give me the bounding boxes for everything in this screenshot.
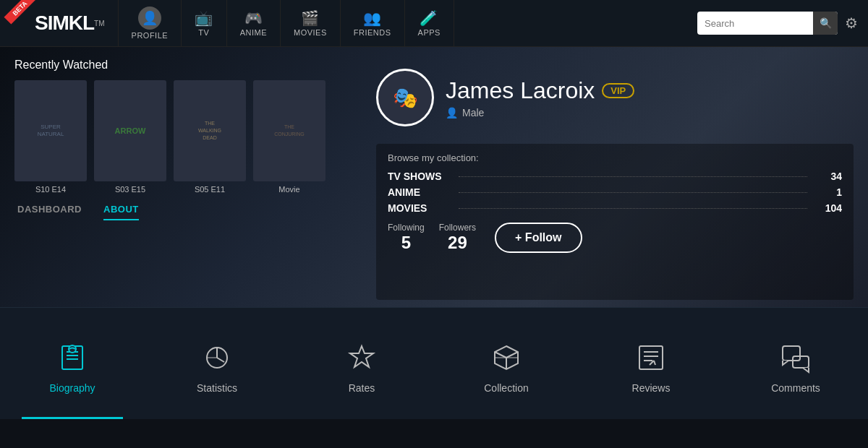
nav-item-friends-label: FRIENDS <box>354 28 391 37</box>
profile-tabs: DASHBOARD ABOUT <box>14 204 347 220</box>
apps-icon: 🧪 <box>420 9 438 27</box>
settings-gear-button[interactable]: ⚙ <box>845 14 858 32</box>
following-count: 5 <box>388 233 425 253</box>
navbar: BETA SIMKLTM 👤 PROFILE 📺 TV 🎮 ANIME 🎬 MO… <box>0 0 868 47</box>
nav-item-anime[interactable]: 🎮 ANIME <box>227 0 281 47</box>
browse-dots-movies <box>459 208 807 209</box>
browse-row-tvshows[interactable]: TV SHOWS 34 <box>388 171 842 182</box>
vip-badge: VIP <box>602 83 634 98</box>
poster-conjuring: THECONJURING <box>253 80 326 181</box>
nav-item-tv-label: TV <box>198 28 209 37</box>
movies-icon: 🎬 <box>301 9 320 27</box>
watch-card-conjuring[interactable]: THECONJURING Movie <box>253 80 326 194</box>
svg-marker-6 <box>350 346 373 367</box>
nav-item-anime-label: ANIME <box>240 28 267 37</box>
bottom-tab-collection-label: Collection <box>484 382 528 394</box>
tv-icon: 📺 <box>195 9 213 27</box>
recently-watched-title: Recently Watched <box>14 59 347 72</box>
watch-grid: SUPERNATURAL S10 E14 ARROW S03 E15 THEWA… <box>14 80 347 194</box>
profile-name-text: James Lacroix <box>446 77 595 104</box>
follow-row: Following 5 Followers 29 + Follow <box>388 223 842 253</box>
avatar-placeholder: 🎭 <box>393 86 418 110</box>
tab-about[interactable]: ABOUT <box>103 204 139 220</box>
followers-count: 29 <box>439 233 476 253</box>
svg-rect-18 <box>783 346 800 361</box>
watch-card-walking-dead[interactable]: THEWALKINGDEAD S05 E11 <box>174 80 246 194</box>
comments-icon <box>778 340 813 375</box>
nav-item-apps[interactable]: 🧪 APPS <box>405 0 454 47</box>
poster-arrow-text: ARROW <box>112 124 149 138</box>
follow-button[interactable]: + Follow <box>495 223 582 253</box>
poster-arrow: ARROW <box>94 80 166 181</box>
following-stat: Following 5 <box>388 223 425 253</box>
followers-stat: Followers 29 <box>439 223 476 253</box>
following-label: Following <box>388 223 425 233</box>
browse-type-anime: ANIME <box>388 186 453 198</box>
nav-item-tv[interactable]: 📺 TV <box>182 0 227 47</box>
browse-row-anime[interactable]: ANIME 1 <box>388 186 842 198</box>
search-input[interactable] <box>697 18 813 29</box>
browse-type-movies: MOVIES <box>388 202 453 214</box>
bottom-tab-reviews[interactable]: Reviews <box>579 308 723 419</box>
rates-icon <box>344 340 379 375</box>
profile-top: 🎭 James Lacroix VIP 👤 Male <box>376 69 854 126</box>
nav-item-profile[interactable]: 👤 PROFILE <box>118 0 182 47</box>
svg-rect-12 <box>639 346 663 369</box>
bottom-tab-rates-label: Rates <box>349 382 375 394</box>
bottom-tabs: Biography Statistics Rates <box>0 307 868 419</box>
statistics-icon <box>200 340 234 375</box>
nav-item-friends[interactable]: 👥 FRIENDS <box>341 0 405 47</box>
bottom-tab-comments[interactable]: Comments <box>723 308 868 419</box>
episode-label-conjuring: Movie <box>253 185 326 194</box>
anime-icon: 🎮 <box>244 9 263 27</box>
watch-card-arrow[interactable]: ARROW S03 E15 <box>94 80 166 194</box>
browse-count-tvshows: 34 <box>813 171 842 182</box>
bottom-tab-rates[interactable]: Rates <box>289 308 434 419</box>
bottom-tab-collection[interactable]: Collection <box>434 308 579 419</box>
nav-items: 👤 PROFILE 📺 TV 🎮 ANIME 🎬 MOVIES 👥 FRIEND… <box>118 0 697 47</box>
friends-icon: 👥 <box>363 9 382 27</box>
browse-label: Browse my collection: <box>388 152 842 163</box>
profile-name-area: James Lacroix VIP 👤 Male <box>446 77 634 119</box>
bottom-tab-statistics[interactable]: Statistics <box>145 308 289 419</box>
profile-gender: 👤 Male <box>446 107 634 119</box>
bottom-tab-biography-label: Biography <box>49 382 95 394</box>
gender-icon: 👤 <box>446 107 458 119</box>
gender-label: Male <box>462 107 484 119</box>
poster-supernatural-text: SUPERNATURAL <box>35 121 67 142</box>
browse-count-anime: 1 <box>813 186 842 198</box>
logo-tm: TM <box>94 20 104 27</box>
svg-line-10 <box>495 352 506 358</box>
nav-item-movies-label: MOVIES <box>294 28 327 37</box>
browse-type-tvshows: TV SHOWS <box>388 171 453 182</box>
biography-icon <box>55 340 90 375</box>
poster-walking: THEWALKINGDEAD <box>174 80 246 181</box>
bottom-tab-reviews-label: Reviews <box>632 382 671 394</box>
episode-label-supernatural: S10 E14 <box>14 185 87 194</box>
poster-supernatural: SUPERNATURAL <box>14 80 87 181</box>
search-button[interactable]: 🔍 <box>813 12 838 35</box>
nav-item-movies[interactable]: 🎬 MOVIES <box>281 0 341 47</box>
nav-item-apps-label: APPS <box>418 28 441 37</box>
beta-badge: BETA <box>4 0 38 25</box>
tab-dashboard[interactable]: DASHBOARD <box>17 204 82 220</box>
logo-text: SIMKL <box>35 12 94 35</box>
logo[interactable]: SIMKLTM <box>35 12 105 35</box>
browse-row-movies[interactable]: MOVIES 104 <box>388 202 842 214</box>
profile-info-panel: 🎭 James Lacroix VIP 👤 Male Browse my col… <box>362 47 868 307</box>
bottom-tab-biography[interactable]: Biography <box>0 308 145 419</box>
nav-profile-avatar: 👤 <box>138 7 161 30</box>
profile-name: James Lacroix VIP <box>446 77 634 104</box>
poster-conjuring-text: THECONJURING <box>272 121 307 140</box>
search-wrap: 🔍 ⚙ <box>697 12 858 35</box>
browse-dots-tvshows <box>459 176 807 177</box>
browse-count-movies: 104 <box>813 202 842 214</box>
avatar: 🎭 <box>376 69 434 126</box>
recently-watched-panel: Recently Watched SUPERNATURAL S10 E14 AR… <box>0 47 362 307</box>
nav-item-profile-label: PROFILE <box>132 31 169 40</box>
bottom-tab-statistics-label: Statistics <box>197 382 237 394</box>
beta-badge-wrap: BETA <box>10 13 30 33</box>
bottom-tab-comments-label: Comments <box>771 382 820 394</box>
episode-label-walking-dead: S05 E11 <box>174 185 246 194</box>
watch-card-supernatural[interactable]: SUPERNATURAL S10 E14 <box>14 80 87 194</box>
